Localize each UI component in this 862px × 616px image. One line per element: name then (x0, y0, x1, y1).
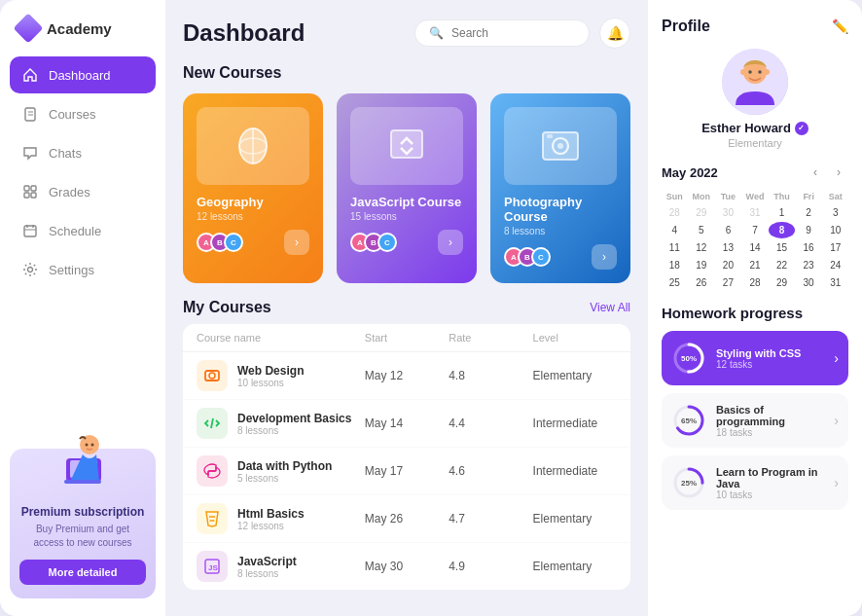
calendar-day[interactable]: 6 (715, 222, 741, 238)
row-rate: 4.9 (449, 560, 532, 573)
view-all-link[interactable]: View All (590, 301, 630, 314)
notification-button[interactable]: 🔔 (599, 18, 630, 49)
calendar-day[interactable]: 14 (742, 239, 769, 256)
calendar-day[interactable]: 27 (715, 274, 741, 291)
table-row[interactable]: Web Design 10 lessons May 12 4.8 Element… (183, 352, 630, 400)
calendar-day[interactable]: 19 (689, 257, 715, 273)
course-info: Web Design 10 lessons (237, 364, 304, 388)
calendar-day[interactable]: 5 (689, 222, 715, 238)
hw-info: Styling with CSS 12 tasks (716, 347, 824, 370)
calendar-day[interactable]: 4 (662, 222, 688, 238)
course-name: Photography Course (504, 195, 617, 224)
premium-button[interactable]: More detailed (19, 560, 146, 585)
homework-item[interactable]: 50% Styling with CSS 12 tasks › (662, 331, 848, 385)
course-arrow[interactable]: › (592, 244, 617, 270)
profile-title: Profile (662, 18, 710, 35)
calendar-day[interactable]: 2 (796, 204, 822, 221)
sidebar: Academy Dashboard Courses Chats Grades S… (0, 0, 165, 616)
sidebar-item-chats[interactable]: Chats (10, 134, 156, 171)
calendar-day[interactable]: 26 (689, 274, 715, 291)
homework-item[interactable]: 65% Basics of programming 18 tasks › (662, 393, 848, 448)
sidebar-item-dashboard[interactable]: Dashboard (10, 56, 156, 93)
course-card-geo[interactable]: Geography 12 lessons ABC › (183, 93, 323, 283)
calendar-nav: ‹ › (806, 163, 848, 182)
table-row[interactable]: Data with Python 5 lessons May 17 4.6 In… (183, 448, 630, 495)
calendar-day[interactable]: 30 (796, 274, 822, 291)
calendar-day[interactable]: 20 (715, 257, 741, 273)
calendar-day[interactable]: 22 (769, 257, 795, 273)
table-header: Course nameStartRateLevel (183, 324, 630, 352)
calendar-day[interactable]: 28 (662, 204, 688, 221)
calendar-day[interactable]: 15 (769, 239, 795, 256)
sidebar-item-courses[interactable]: Courses (10, 95, 156, 132)
book-icon (21, 105, 39, 123)
sidebar-item-label: Dashboard (49, 68, 111, 83)
calendar-day[interactable]: 25 (662, 274, 688, 291)
calendar-day[interactable]: 12 (689, 239, 715, 256)
calendar-day[interactable]: 17 (822, 239, 848, 256)
hw-name: Styling with CSS (716, 347, 824, 359)
calendar-next-button[interactable]: › (829, 163, 848, 182)
calendar-day[interactable]: 9 (796, 222, 822, 238)
hw-info: Learn to Program in Java 10 tasks (716, 466, 824, 500)
calendar-day[interactable]: 1 (769, 204, 795, 221)
svg-text:JS: JS (208, 563, 218, 572)
calendar-day[interactable]: 13 (715, 239, 741, 256)
calendar-day[interactable]: 16 (796, 239, 822, 256)
course-arrow[interactable]: › (284, 230, 309, 255)
course-info: JavaScript 8 lessons (237, 555, 297, 579)
logo-text: Academy (47, 20, 112, 37)
table-row[interactable]: JS JavaScript 8 lessons May 30 4.9 Eleme… (183, 543, 630, 590)
chat-icon (21, 144, 39, 162)
calendar-prev-button[interactable]: ‹ (806, 163, 825, 182)
sidebar-item-label: Schedule (49, 224, 101, 238)
homework-item[interactable]: 25% Learn to Program in Java 10 tasks › (662, 455, 848, 510)
calendar-day[interactable]: 31 (742, 204, 769, 221)
home-icon (21, 66, 39, 84)
sidebar-item-settings[interactable]: Settings (10, 251, 156, 288)
sidebar-item-schedule[interactable]: Schedule (10, 212, 156, 249)
table-column-header: Start (365, 332, 449, 344)
calendar-day[interactable]: 29 (689, 204, 715, 221)
course-footer: ABC › (197, 230, 309, 255)
table-row[interactable]: Html Basics 12 lessons May 26 4.7 Elemen… (183, 495, 630, 543)
svg-marker-30 (206, 512, 218, 526)
course-row-name: Data with Python 5 lessons (197, 455, 365, 487)
sidebar-item-grades[interactable]: Grades (10, 173, 156, 210)
course-arrow[interactable]: › (438, 230, 463, 255)
calendar-day[interactable]: 7 (742, 222, 769, 238)
sidebar-item-label: Settings (49, 263, 94, 277)
course-row-name: JS JavaScript 8 lessons (197, 551, 365, 582)
calendar-day[interactable]: 28 (742, 274, 769, 291)
search-bar[interactable]: 🔍 (414, 19, 590, 47)
calendar-day[interactable]: 18 (662, 257, 688, 273)
calendar-day[interactable]: 11 (662, 239, 688, 256)
search-input[interactable] (451, 26, 575, 40)
course-card-image (504, 107, 617, 185)
main-content: Dashboard 🔍 🔔 New Courses Geography 12 l… (165, 0, 648, 616)
hw-tasks: 12 tasks (716, 359, 824, 370)
calendar-day[interactable]: 23 (796, 257, 822, 273)
homework-title: Homework progress (662, 305, 848, 321)
calendar-day[interactable]: 3 (822, 204, 848, 221)
table-row[interactable]: Development Basics 8 lessons May 14 4.4 … (183, 400, 630, 448)
course-icon (197, 360, 228, 391)
calendar-day[interactable]: 29 (769, 274, 795, 291)
course-card-photo[interactable]: Photography Course 8 lessons ABC › (490, 93, 630, 283)
course-footer: ABC › (504, 244, 617, 270)
svg-rect-26 (547, 134, 553, 138)
calendar-day[interactable]: 10 (822, 222, 848, 238)
hw-tasks: 10 tasks (716, 489, 824, 500)
grid-icon (21, 183, 39, 200)
calendar-day[interactable]: 30 (715, 204, 741, 221)
edit-icon[interactable]: ✏️ (832, 18, 848, 34)
calendar-day[interactable]: 21 (742, 257, 769, 273)
course-row-name: Development Basics 8 lessons (197, 408, 365, 439)
course-icon (197, 408, 228, 439)
calendar-day[interactable]: 8 (769, 222, 795, 238)
course-card-js[interactable]: JavaScript Course 15 lessons ABC › (337, 93, 477, 283)
calendar-day[interactable]: 31 (822, 274, 848, 291)
calendar-header: May 2022 ‹ › (662, 163, 848, 182)
calendar-day[interactable]: 24 (822, 257, 848, 273)
row-start: May 17 (365, 464, 449, 478)
